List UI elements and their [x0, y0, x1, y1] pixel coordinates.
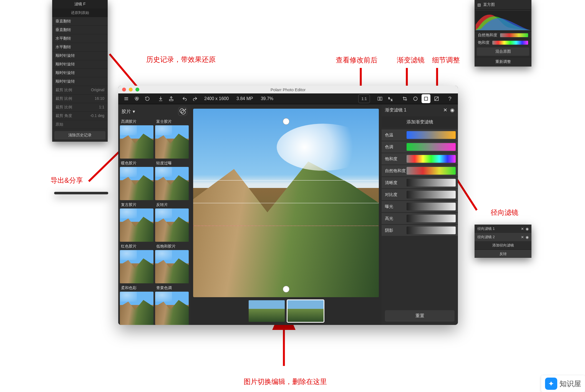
help-icon[interactable]: ?: [445, 94, 454, 103]
close-icon[interactable]: ✕: [440, 107, 450, 113]
slider-饱和度[interactable]: 饱和度: [382, 153, 458, 164]
radial-panel: 径向滤镜 1✕◉ 径向滤镜 2✕◉ 添加径向滤镜 反转: [475, 225, 531, 258]
visibility-icon[interactable]: ◉: [526, 227, 529, 231]
radial-filter-2-label[interactable]: 径向滤镜 2: [477, 235, 495, 240]
histogram-title: 直方图: [483, 2, 495, 7]
history-entry[interactable]: 裁剪 角度-0.1 deg: [52, 112, 108, 120]
history-entry[interactable]: 顺时针旋转: [52, 52, 108, 60]
history-icon[interactable]: [143, 94, 152, 103]
radial-filter-1-label[interactable]: 径向滤镜 1: [477, 226, 495, 231]
gradient-panel: 渐变滤镜 1 ✕ ◉ 添加渐变滤镜 色温色调饱和度自然饱和度清晰度对比度曝光高光…: [382, 104, 458, 325]
readjust-button[interactable]: 重新调整: [475, 57, 531, 67]
history-entry[interactable]: 垂直翻转: [52, 17, 108, 26]
logo-text: 知识屋: [559, 379, 581, 389]
histogram-chart: [476, 11, 530, 30]
slider-自然饱和度[interactable]: 自然饱和度: [382, 165, 458, 176]
svg-text:B: B: [389, 97, 390, 99]
filter-thumb[interactable]: 红色胶片: [120, 243, 153, 283]
compare-before-after-icon[interactable]: [375, 94, 384, 103]
filters-icon[interactable]: [132, 94, 141, 103]
slider-色调[interactable]: 色调: [382, 141, 458, 152]
filters-title[interactable]: 胶片: [122, 108, 131, 115]
history-entry[interactable]: 顺时针旋转: [52, 69, 108, 77]
annotation-detail: 细节调整: [432, 55, 460, 65]
history-entry[interactable]: 裁剪 比例Original: [52, 86, 108, 95]
gradient-filter-icon[interactable]: [422, 94, 430, 103]
strip-thumb-2[interactable]: [288, 300, 324, 322]
export-menu: [54, 192, 108, 194]
clear-history-button[interactable]: 清除历史记录: [54, 131, 105, 139]
history-entry[interactable]: 裁剪 比例1:1: [52, 103, 108, 112]
slider-高光[interactable]: 高光: [382, 213, 458, 224]
filter-thumb[interactable]: 轻度过曝: [155, 160, 189, 200]
slider-色温[interactable]: 色温: [382, 129, 458, 141]
undo-icon[interactable]: [180, 94, 189, 103]
ratio-button[interactable]: 1:1: [358, 94, 370, 103]
close-icon[interactable]: ✕: [521, 227, 524, 231]
main-image[interactable]: [193, 109, 379, 297]
annotation-history: 历史记录，带效果还原: [146, 55, 216, 64]
chevron-down-icon: ▾: [133, 109, 135, 114]
filter-thumb[interactable]: 青黄色调: [155, 285, 189, 325]
visibility-icon[interactable]: ◉: [526, 235, 529, 239]
slider-清晰度[interactable]: 清晰度: [382, 177, 458, 188]
redo-icon[interactable]: [191, 94, 200, 103]
import-icon[interactable]: [156, 94, 165, 103]
filter-thumb[interactable]: 暖色胶片: [120, 160, 153, 200]
blend-original-button[interactable]: 混合原图: [477, 47, 529, 56]
info-dimensions: 2400 x 1600: [204, 96, 229, 101]
svg-rect-14: [378, 97, 380, 100]
compare-split-icon[interactable]: BA: [386, 94, 395, 103]
detail-adjust-icon[interactable]: [432, 94, 441, 103]
add-radial-button[interactable]: 添加径向滤镜: [475, 241, 531, 250]
slider-阴影[interactable]: 阴影: [382, 225, 458, 236]
slider-曝光[interactable]: 曝光: [382, 201, 458, 212]
invert-button[interactable]: 反转: [475, 250, 531, 258]
menu-icon[interactable]: [122, 94, 131, 103]
history-entry[interactable]: 水平翻转: [52, 43, 108, 52]
crop-icon[interactable]: [400, 94, 409, 103]
history-panel: 滤镜 F 还原到原始 垂直翻转垂直翻转水平翻转水平翻转顺时针旋转顺时针旋转顺时针…: [52, 0, 108, 142]
filter-label: 红色胶片: [120, 243, 153, 250]
filter-thumb[interactable]: 柔和色彩: [120, 285, 153, 325]
gradient-guide-bottom[interactable]: [193, 226, 379, 226]
filter-label: 高调胶片: [120, 119, 153, 125]
reset-button[interactable]: 重置: [385, 310, 455, 322]
strip-thumb-1[interactable]: [249, 300, 285, 322]
filter-thumb[interactable]: 富士胶片: [155, 119, 189, 159]
add-filter-icon[interactable]: [178, 107, 187, 116]
history-entry[interactable]: 裁剪 比例16:10: [52, 95, 108, 103]
slider-对比度[interactable]: 对比度: [382, 189, 458, 200]
filter-thumb[interactable]: 低饱和胶片: [155, 243, 189, 283]
svg-point-19: [413, 97, 417, 101]
gradient-guide-top[interactable]: [193, 180, 379, 180]
logo-icon: ✦: [545, 378, 557, 390]
info-zoom: 39.7%: [261, 96, 273, 101]
radial-filter-icon[interactable]: [411, 94, 420, 103]
filter-thumb[interactable]: 反转片: [155, 202, 189, 242]
gradient-handle-bottom[interactable]: [283, 286, 289, 292]
titlebar: Polarr Photo Editor: [118, 86, 458, 93]
filter-label: 富士胶片: [155, 119, 189, 125]
image-strip: [190, 297, 382, 325]
filter-thumb[interactable]: 复古胶片: [120, 202, 153, 242]
svg-rect-13: [169, 100, 173, 101]
annotation-export: 导出&分享: [51, 176, 83, 185]
polarr-window: Polarr Photo Editor 2400 x 1600 3.84 MP …: [118, 86, 458, 325]
add-gradient-button[interactable]: 添加渐变滤镜: [382, 116, 458, 128]
history-entry[interactable]: 水平翻转: [52, 34, 108, 43]
gradient-guide-mid[interactable]: [193, 203, 379, 203]
history-entry[interactable]: 顺时针旋转: [52, 77, 108, 86]
gradient-handle-top[interactable]: [283, 118, 289, 125]
visibility-icon[interactable]: ◉: [450, 107, 455, 113]
history-title: 滤镜 F: [52, 0, 108, 9]
toolbar: 2400 x 1600 3.84 MP 39.7% 1:1 BA ?: [118, 93, 458, 104]
history-entry[interactable]: 垂直翻转: [52, 26, 108, 34]
export-icon[interactable]: [167, 94, 176, 103]
filter-thumb[interactable]: 高调胶片: [120, 119, 153, 159]
revert-original[interactable]: 还原到原始: [52, 9, 108, 17]
saturation-label: 饱和度: [478, 40, 490, 45]
history-entry[interactable]: 原始: [52, 120, 108, 129]
history-entry[interactable]: 顺时针旋转: [52, 60, 108, 69]
close-icon[interactable]: ✕: [521, 235, 524, 239]
